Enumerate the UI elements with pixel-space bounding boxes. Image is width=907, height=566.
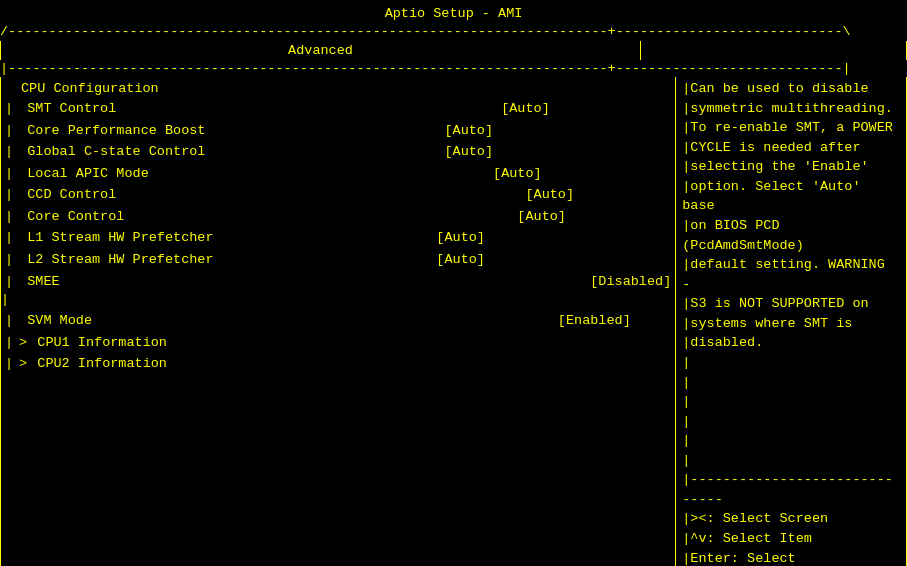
key-select-screen: |><: Select Screen [682, 509, 900, 529]
help-line-9: |S3 is NOT SUPPORTED on [682, 294, 900, 314]
section-title: CPU Configuration [1, 79, 675, 98]
menu-item-smt[interactable]: | SMT Control [Auto] [1, 98, 675, 120]
help-text: |Can be used to disable |symmetric multi… [682, 79, 900, 353]
key-help-divider: |------------------------------ [682, 470, 900, 509]
right-spacer: | | | | | | [682, 353, 900, 470]
menu-item-core[interactable]: | Core Control [Auto] [1, 206, 675, 228]
help-line-2: |symmetric multithreading. [682, 99, 900, 119]
help-line-6: |option. Select 'Auto' base [682, 177, 900, 216]
menu-item-l2[interactable]: | L2 Stream HW Prefetcher [Auto] [1, 249, 675, 271]
menu-item-cpu1[interactable]: | > CPU1 Information [1, 332, 675, 354]
menu-item-lapic[interactable]: | Local APIC Mode [Auto] [1, 163, 675, 185]
help-line-10: |systems where SMT is [682, 314, 900, 334]
right-panel: |Can be used to disable |symmetric multi… [676, 77, 906, 566]
title-bar: Aptio Setup - AMI [0, 0, 907, 23]
left-filler: | | | | | [1, 375, 675, 566]
bios-screen: Aptio Setup - AMI /---------------------… [0, 0, 907, 566]
active-tab[interactable]: Advanced [1, 41, 641, 60]
menu-item-smee[interactable]: | SMEE [Disabled] [1, 271, 675, 293]
left-panel: CPU Configuration | SMT Control [Auto] |… [1, 77, 676, 566]
menu-item-gcsc[interactable]: | Global C-state Control [Auto] [1, 141, 675, 163]
help-line-3: |To re-enable SMT, a POWER [682, 118, 900, 138]
help-line-4: |CYCLE is needed after [682, 138, 900, 158]
menu-item-cpb[interactable]: | Core Performance Boost [Auto] [1, 120, 675, 142]
help-line-8: |default setting. WARNING - [682, 255, 900, 294]
menu-item-svm[interactable]: | SVM Mode [Enabled] [1, 310, 675, 332]
key-help: |><: Select Screen |^v: Select Item |Ent… [682, 509, 900, 566]
app-title: Aptio Setup - AMI [385, 6, 523, 21]
menu-item-ccd[interactable]: | CCD Control [Auto] [1, 184, 675, 206]
menu-item-cpu2[interactable]: | > CPU2 Information [1, 353, 675, 375]
help-line-1: |Can be used to disable [682, 79, 900, 99]
blank-line-1: | [1, 292, 675, 310]
key-select-item: |^v: Select Item [682, 529, 900, 549]
help-header [641, 41, 906, 60]
help-line-5: |selecting the 'Enable' [682, 157, 900, 177]
key-enter: |Enter: Select [682, 549, 900, 566]
top-border: /---------------------------------------… [0, 23, 907, 41]
help-line-7: |on BIOS PCD (PcdAmdSmtMode) [682, 216, 900, 255]
second-border: |---------------------------------------… [0, 60, 907, 78]
menu-item-l1[interactable]: | L1 Stream HW Prefetcher [Auto] [1, 227, 675, 249]
help-line-11: |disabled. [682, 333, 900, 353]
